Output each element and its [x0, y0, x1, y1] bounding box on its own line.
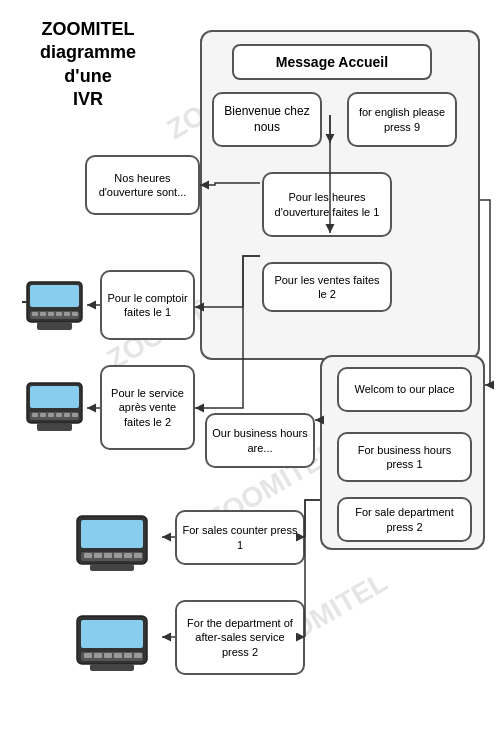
message-accueil-box: Message Accueil [232, 44, 432, 80]
svg-rect-36 [104, 653, 112, 658]
bienvenue-label: Bienvenue chez nous [219, 104, 315, 135]
for-sale-dept-label: For sale department press 2 [344, 505, 465, 534]
svg-rect-32 [81, 620, 143, 648]
comptoir-box: Pour le comptoir faites le 1 [100, 270, 195, 340]
svg-rect-6 [56, 312, 62, 316]
svg-rect-24 [84, 553, 92, 558]
english-box: for english please press 9 [347, 92, 457, 147]
for-sale-dept-box: For sale department press 2 [337, 497, 472, 542]
heures-out-box: Nos heures d'ouverture sont... [85, 155, 200, 215]
svg-rect-30 [90, 564, 134, 571]
sales-counter-label: For sales counter press 1 [182, 523, 298, 552]
phone-sales-counter [72, 513, 162, 571]
svg-rect-28 [124, 553, 132, 558]
department-box: For the department of after-sales servic… [175, 600, 305, 675]
svg-rect-25 [94, 553, 102, 558]
title-line2: diagramme d'une [18, 41, 158, 88]
svg-rect-15 [40, 413, 46, 417]
title-line1: ZOOMITEL [18, 18, 158, 41]
ventes-btn-box: Pour les ventes faites le 2 [262, 262, 392, 312]
title-line3: IVR [18, 88, 158, 111]
heures-out-label: Nos heures d'ouverture sont... [92, 171, 193, 200]
heures-btn-box: Pour les heures d'ouverture faites le 1 [262, 172, 392, 237]
svg-rect-26 [104, 553, 112, 558]
svg-rect-19 [72, 413, 78, 417]
service-label: Pour le service après vente faites le 2 [107, 386, 188, 429]
message-accueil-label: Message Accueil [276, 53, 388, 71]
phone-department [72, 613, 162, 671]
bienvenue-box: Bienvenue chez nous [212, 92, 322, 147]
service-box: Pour le service après vente faites le 2 [100, 365, 195, 450]
ventes-btn-label: Pour les ventes faites le 2 [269, 273, 385, 302]
svg-rect-20 [37, 423, 72, 431]
svg-rect-16 [48, 413, 54, 417]
svg-rect-8 [72, 312, 78, 316]
svg-rect-38 [124, 653, 132, 658]
english-label: for english please press 9 [354, 105, 450, 134]
welcom-label: Welcom to our place [354, 382, 454, 396]
title-block: ZOOMITEL diagramme d'une IVR [18, 18, 158, 112]
svg-rect-40 [90, 664, 134, 671]
svg-rect-39 [134, 653, 142, 658]
phone-comptoir [22, 277, 87, 337]
svg-rect-18 [64, 413, 70, 417]
outer-box-french: Message Accueil Bienvenue chez nous for … [200, 30, 480, 360]
svg-rect-14 [32, 413, 38, 417]
diagram-container: ZOOMITEL ZOOMITEL ZOOMITEL ZOOMITEL ZOOM… [0, 0, 500, 739]
svg-rect-27 [114, 553, 122, 558]
svg-rect-3 [32, 312, 38, 316]
svg-rect-1 [30, 285, 79, 307]
svg-rect-34 [84, 653, 92, 658]
department-label: For the department of after-sales servic… [182, 616, 298, 659]
for-business-box: For business hours press 1 [337, 432, 472, 482]
svg-rect-12 [30, 386, 79, 408]
svg-rect-22 [81, 520, 143, 548]
welcom-box: Welcom to our place [337, 367, 472, 412]
svg-rect-4 [40, 312, 46, 316]
sales-counter-box: For sales counter press 1 [175, 510, 305, 565]
svg-rect-37 [114, 653, 122, 658]
svg-rect-7 [64, 312, 70, 316]
business-hours-label: Our business hours are... [212, 426, 308, 455]
heures-btn-label: Pour les heures d'ouverture faites le 1 [269, 190, 385, 219]
svg-rect-35 [94, 653, 102, 658]
phone-service [22, 378, 87, 436]
business-hours-box: Our business hours are... [205, 413, 315, 468]
svg-rect-9 [37, 322, 72, 330]
for-business-label: For business hours press 1 [344, 443, 465, 472]
svg-rect-29 [134, 553, 142, 558]
comptoir-label: Pour le comptoir faites le 1 [107, 291, 188, 320]
svg-rect-17 [56, 413, 62, 417]
svg-rect-5 [48, 312, 54, 316]
outer-box-english: Welcom to our place For business hours p… [320, 355, 485, 550]
